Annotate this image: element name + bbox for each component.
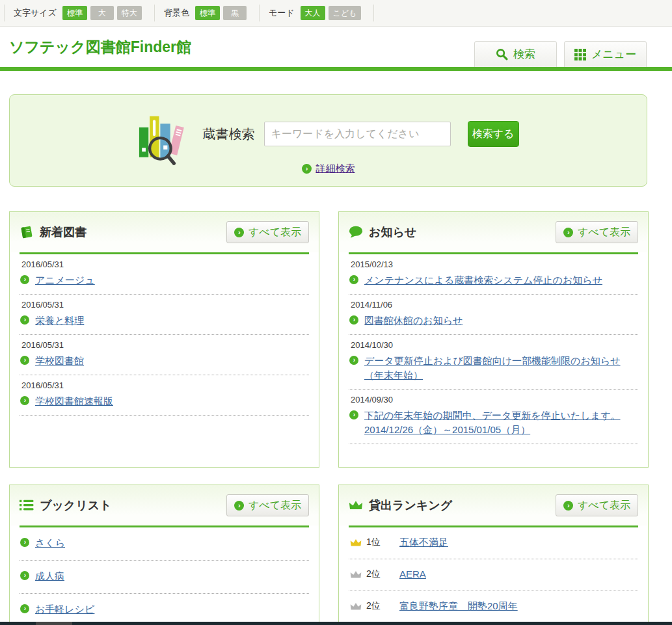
site-title: ソフテック図書館Finder館 [9, 37, 191, 57]
bg-color-standard-button[interactable]: 標準 [195, 6, 220, 20]
show-all-label: すべて表示 [249, 226, 301, 239]
list-item: › お手軽レシピ [20, 594, 309, 625]
panel-header: ブックリスト › すべて表示 [10, 485, 319, 525]
keyword-search-input[interactable] [264, 122, 451, 146]
list-item: 2016/05/31 › 学校図書館 [20, 335, 309, 375]
list-item: 2014/11/06 › 図書館休館のお知らせ [349, 295, 638, 335]
item-date: 2014/10/30 [351, 340, 638, 350]
ranking-list: 1位 五体不満足 2位 AERA 2位 [349, 527, 638, 623]
panel-header: 新着図書 › すべて表示 [10, 212, 319, 252]
arrow-circle-icon: › [349, 275, 358, 284]
list-item: 2016/05/31 › アニメージュ [20, 254, 309, 295]
arrow-circle-icon: › [234, 228, 244, 237]
header-menu-label: メニュー [591, 47, 636, 62]
panel-title-wrap: お知らせ [349, 224, 416, 240]
arrow-circle-icon: › [20, 275, 29, 284]
notice-link[interactable]: 図書館休館のお知らせ [364, 313, 463, 328]
advanced-search-row: › 詳細検索 [10, 163, 647, 175]
panel-title: 新着図書 [40, 224, 87, 240]
font-size-xlarge-button[interactable]: 特大 [117, 6, 142, 20]
book-link[interactable]: アニメージュ [35, 273, 95, 287]
arrow-circle-icon: › [349, 356, 358, 365]
footer-bar [0, 622, 672, 625]
show-all-button[interactable]: › すべて表示 [556, 494, 638, 516]
booklist-link[interactable]: さくら [35, 536, 65, 550]
mode-label: モード [269, 7, 295, 19]
list-item: 2015/02/13 › メンテナンスによる蔵書検索システム停止のお知らせ [349, 254, 638, 295]
panel-title: ブックリスト [40, 498, 112, 513]
gold-crown-icon [350, 538, 362, 548]
booklist-panel: ブックリスト › すべて表示 › さくら › 成人病 › お手軽レシピ [9, 485, 319, 625]
mode-kids-button[interactable]: こども [329, 6, 362, 20]
book-link[interactable]: 学校図書館 [35, 354, 84, 368]
panel-title-wrap: 新着図書 [20, 224, 87, 240]
crown-icon [349, 498, 363, 512]
list-item: 2014/09/30 › 下記の年末年始の期間中、データ更新を停止いたします。2… [349, 390, 638, 444]
notice-link[interactable]: 下記の年末年始の期間中、データ更新を停止いたします。2014/12/26（金）～… [364, 408, 638, 437]
notices-list: 2015/02/13 › メンテナンスによる蔵書検索システム停止のお知らせ 20… [349, 254, 638, 444]
menu-grid-icon [574, 49, 586, 60]
notices-panel: お知らせ › すべて表示 2015/02/13 › メンテナンスによる蔵書検索シ… [338, 211, 649, 468]
list-item: 2位 AERA [349, 559, 638, 591]
booklist-link[interactable]: 成人病 [35, 569, 64, 583]
list-item: › さくら [20, 527, 309, 561]
books-magnifier-illustration [138, 111, 194, 167]
font-size-large-button[interactable]: 大 [90, 6, 114, 20]
header-accent-bar [0, 67, 672, 71]
font-size-group: 文字サイズ 標準 大 特大 [4, 5, 155, 21]
silver-crown-icon [350, 602, 362, 611]
silver-crown-icon [350, 570, 362, 579]
speech-bubble-icon [349, 225, 363, 239]
arrow-circle-icon: › [20, 356, 29, 365]
rank-label: 2位 [366, 568, 384, 580]
advanced-search-link[interactable]: 詳細検索 [316, 163, 355, 175]
book-link[interactable]: 栄養と料理 [35, 313, 84, 328]
list-item: 2016/05/31 › 栄養と料理 [20, 295, 309, 335]
font-size-label: 文字サイズ [14, 7, 57, 19]
show-all-button[interactable]: › すべて表示 [556, 221, 638, 243]
list-item: 2014/10/30 › データ更新停止および図書館向け一部機能制限のお知らせ（… [349, 335, 638, 390]
list-item: 1位 五体不満足 [349, 527, 638, 559]
collection-search-label: 蔵書検索 [203, 126, 255, 143]
ranking-link[interactable]: AERA [399, 567, 426, 581]
book-link[interactable]: 学校図書館速報版 [35, 394, 113, 408]
list-item: 2016/05/31 › 学校図書館速報版 [20, 375, 309, 416]
bg-color-black-button[interactable]: 黒 [223, 6, 247, 20]
item-date: 2016/05/31 [21, 300, 308, 310]
list-item: 2位 富良野塾序章 開塾20周年 [349, 591, 638, 623]
ranking-link[interactable]: 富良野塾序章 開塾20周年 [399, 599, 518, 613]
header-buttons: 検索 メニュー [474, 41, 647, 67]
arrow-circle-icon: › [20, 315, 29, 325]
header-menu-button[interactable]: メニュー [564, 41, 647, 67]
show-all-label: すべて表示 [578, 226, 630, 239]
footer-bar-segment [36, 622, 72, 625]
list-item: › 成人病 [20, 561, 309, 594]
accessibility-toolbar: 文字サイズ 標準 大 特大 背景色 標準 黒 モード 大人 こども [0, 0, 672, 27]
mode-adult-button[interactable]: 大人 [301, 6, 325, 20]
panel-header: お知らせ › すべて表示 [339, 212, 648, 252]
arrow-circle-icon: › [302, 164, 312, 174]
arrow-circle-icon: › [20, 604, 29, 613]
collection-search-section: 蔵書検索 検索する › 詳細検索 [9, 94, 647, 187]
notice-link[interactable]: データ更新停止および図書館向け一部機能制限のお知らせ（年末年始） [364, 354, 638, 382]
panel-title-wrap: 貸出ランキング [349, 498, 452, 513]
header-search-button[interactable]: 検索 [474, 41, 557, 67]
notice-link[interactable]: メンテナンスによる蔵書検索システム停止のお知らせ [364, 273, 602, 287]
new-books-panel: 新着図書 › すべて表示 2016/05/31 › アニメージュ 2016/05… [9, 211, 319, 468]
item-date: 2016/05/31 [21, 340, 308, 350]
item-date: 2014/09/30 [351, 395, 638, 405]
show-all-label: すべて表示 [578, 499, 630, 512]
show-all-button[interactable]: › すべて表示 [226, 221, 309, 243]
arrow-circle-icon: › [349, 410, 358, 419]
ranking-link[interactable]: 五体不満足 [399, 535, 448, 550]
item-date: 2014/11/06 [351, 300, 638, 310]
search-row: 蔵書検索 検索する [10, 95, 647, 163]
booklist-link[interactable]: お手軽レシピ [35, 602, 94, 617]
font-size-standard-button[interactable]: 標準 [62, 6, 87, 20]
search-submit-button[interactable]: 検索する [468, 121, 519, 147]
new-books-list: 2016/05/31 › アニメージュ 2016/05/31 › 栄養と料理 2… [20, 254, 309, 416]
rank-label: 1位 [366, 537, 384, 548]
panel-title: お知らせ [369, 224, 416, 240]
site-header: ソフテック図書館Finder館 検索 メニュー [0, 27, 672, 67]
show-all-button[interactable]: › すべて表示 [226, 494, 309, 516]
